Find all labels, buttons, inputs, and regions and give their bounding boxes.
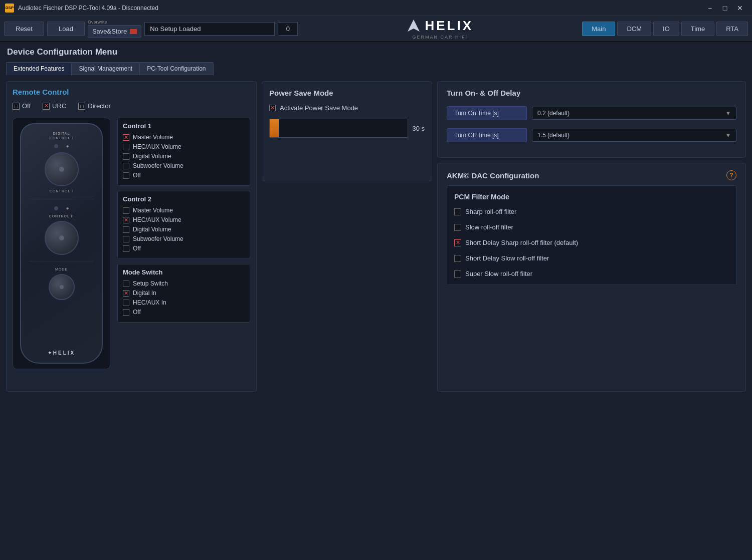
mode-off-check xyxy=(123,309,129,316)
radio-box-director: □ xyxy=(78,103,85,110)
akm-title: AKM© DAC Configuration xyxy=(447,171,539,180)
delay-panel: Turn On- & Off Delay Turn On Time [s] 0.… xyxy=(437,81,746,158)
remote-image-area: DIGITALCONTROL I ◆ CONTROL I xyxy=(13,118,110,369)
slider-value: 30 s xyxy=(412,125,425,132)
mode-digital-in[interactable]: ✕ Digital In xyxy=(123,290,245,297)
turn-on-select[interactable]: 0.2 (default) ▼ xyxy=(532,107,736,120)
setup-name-field[interactable] xyxy=(144,22,275,36)
load-button[interactable]: Load xyxy=(47,22,85,36)
control2-title: Control 2 xyxy=(123,195,245,203)
ctrl2-hec-aux-volume[interactable]: ✕ HEC/AUX Volume xyxy=(123,216,245,223)
remote-divider-2 xyxy=(30,261,93,261)
turn-off-label-button[interactable]: Turn Off Time [s] xyxy=(447,128,527,142)
power-save-checkbox: ✕ xyxy=(269,105,276,111)
svg-marker-0 xyxy=(408,20,420,32)
mode-setup-check xyxy=(123,281,129,287)
turn-on-arrow-icon: ▼ xyxy=(725,110,731,116)
ctrl1-off[interactable]: Off xyxy=(123,172,245,179)
ctrl2-subwoofer-volume[interactable]: Subwoofer Volume xyxy=(123,235,245,242)
ctrl1-subwoofer-volume[interactable]: Subwoofer Volume xyxy=(123,162,245,169)
nav-rta-button[interactable]: RTA xyxy=(716,22,748,36)
content-area: Remote Control □ Off ✕ URC □ Director xyxy=(6,81,746,392)
controls-list: Control 1 ✕ Master Volume HEC/AUX Volume… xyxy=(117,118,250,369)
ctrl2-off[interactable]: Off xyxy=(123,245,245,252)
filter-short-delay-sharp-check: ✕ xyxy=(454,239,461,246)
remote-knob-2-center xyxy=(59,235,64,240)
filter-slow-rolloff[interactable]: Slow roll-off filter xyxy=(454,223,729,231)
save-store-group: Overwrite Save&Store xyxy=(88,20,141,38)
tab-extended-features[interactable]: Extended Features xyxy=(6,62,72,75)
helix-sub-text: GERMAN CAR HIFI xyxy=(413,35,468,40)
turn-off-row: Turn Off Time [s] 1.5 (default) ▼ xyxy=(447,128,736,142)
radio-off[interactable]: □ Off xyxy=(13,102,31,110)
remote-control-panel: Remote Control □ Off ✕ URC □ Director xyxy=(6,81,257,392)
title-bar: DSP Audiotec Fischer DSP PC-Tool 4.09a -… xyxy=(0,0,752,16)
remote-mode-knob xyxy=(49,274,75,300)
main-content: Device Configuration Menu Extended Featu… xyxy=(0,42,752,397)
close-button[interactable]: ✕ xyxy=(733,3,747,14)
mode-hec-aux-in[interactable]: HEC/AUX In xyxy=(123,299,245,306)
power-save-slider[interactable] xyxy=(269,119,408,138)
toolbar: Reset Load Overwrite Save&Store Main HEL… xyxy=(0,16,752,42)
power-save-label: Activate Power Save Mode xyxy=(280,104,358,112)
radio-urc[interactable]: ✕ URC xyxy=(43,102,66,110)
nav-main-button[interactable]: Main xyxy=(582,22,615,36)
ctrl2-master-volume[interactable]: Master Volume xyxy=(123,207,245,214)
filter-sharp-rolloff[interactable]: Sharp roll-off filter xyxy=(454,208,729,215)
middle-panel: Power Save Mode ✕ Activate Power Save Mo… xyxy=(262,81,432,181)
nav-io-button[interactable]: IO xyxy=(653,22,679,36)
filter-short-delay-sharp[interactable]: ✕ Short Delay Sharp roll-off filter (def… xyxy=(454,239,729,246)
filter-super-slow[interactable]: Super Slow roll-off filter xyxy=(454,270,729,277)
mode-switch-group: Mode Switch Setup Switch ✕ Digital In HE… xyxy=(117,264,250,323)
turn-off-arrow-icon: ▼ xyxy=(725,132,731,138)
filter-super-slow-check xyxy=(454,270,461,277)
mode-off[interactable]: Off xyxy=(123,309,245,316)
turn-on-row: Turn On Time [s] 0.2 (default) ▼ xyxy=(447,106,736,120)
turn-on-label-button[interactable]: Turn On Time [s] xyxy=(447,106,527,120)
power-save-check-row[interactable]: ✕ Activate Power Save Mode xyxy=(269,104,425,112)
ctrl2-sub-check xyxy=(123,236,129,242)
ctrl1-hec-aux-volume[interactable]: HEC/AUX Volume xyxy=(123,143,245,150)
power-save-slider-row: 30 s xyxy=(269,119,425,138)
save-store-button[interactable]: Save&Store xyxy=(88,25,141,38)
turn-off-select[interactable]: 1.5 (default) ▼ xyxy=(532,129,736,142)
control-group-2: Control 2 Master Volume ✕ HEC/AUX Volume… xyxy=(117,191,250,259)
mode-hec-aux-in-check xyxy=(123,300,129,306)
remote-knob-2 xyxy=(45,221,79,255)
control1-title: Control 1 xyxy=(123,122,245,130)
tab-pctool-config[interactable]: PC-Tool Configuration xyxy=(139,62,213,75)
ctrl2-off-check xyxy=(123,245,129,252)
remote-brand: ✦HELIX xyxy=(48,350,75,356)
radio-director[interactable]: □ Director xyxy=(78,102,111,110)
sub-tabs: Extended Features Signal Management PC-T… xyxy=(6,62,746,75)
page-title: Device Configuration Menu xyxy=(6,47,746,57)
reset-button[interactable]: Reset xyxy=(4,22,44,36)
power-save-title: Power Save Mode xyxy=(269,89,425,97)
akm-inner: PCM Filter Mode Sharp roll-off filter Sl… xyxy=(447,185,736,285)
minimize-button[interactable]: − xyxy=(703,3,717,14)
nav-dcm-button[interactable]: DCM xyxy=(617,22,651,36)
mode-digital-in-check: ✕ xyxy=(123,290,129,297)
turn-on-value: 0.2 (default) xyxy=(537,110,570,117)
remote-radio-row: □ Off ✕ URC □ Director xyxy=(13,102,250,110)
tab-signal-management[interactable]: Signal Management xyxy=(71,62,140,75)
filter-sharp-label: Sharp roll-off filter xyxy=(465,208,516,215)
remote-knob-1 xyxy=(45,152,79,186)
setup-num-field[interactable] xyxy=(278,22,298,36)
ctrl1-master-volume[interactable]: ✕ Master Volume xyxy=(123,134,245,141)
nav-time-button[interactable]: Time xyxy=(681,22,714,36)
ctrl1-digital-volume[interactable]: Digital Volume xyxy=(123,153,245,160)
helix-logo-text: Main HELIX xyxy=(407,18,473,34)
remote-knob-area-2: ◆ CONTROL II xyxy=(26,205,97,255)
akm-dac-panel: AKM© DAC Configuration ? PCM Filter Mode… xyxy=(437,163,746,392)
akm-title-row: AKM© DAC Configuration ? xyxy=(447,170,736,180)
ctrl2-hec-aux-check: ✕ xyxy=(123,217,129,223)
filter-short-delay-slow[interactable]: Short Delay Slow roll-off filter xyxy=(454,254,729,262)
app-icon: DSP xyxy=(5,4,14,13)
ctrl1-digital-check xyxy=(123,153,129,160)
akm-help-icon[interactable]: ? xyxy=(726,170,736,180)
filter-short-delay-sharp-label: Short Delay Sharp roll-off filter (defau… xyxy=(465,239,578,246)
mode-setup-switch[interactable]: Setup Switch xyxy=(123,280,245,287)
maximize-button[interactable]: □ xyxy=(718,3,732,14)
ctrl2-digital-volume[interactable]: Digital Volume xyxy=(123,226,245,233)
